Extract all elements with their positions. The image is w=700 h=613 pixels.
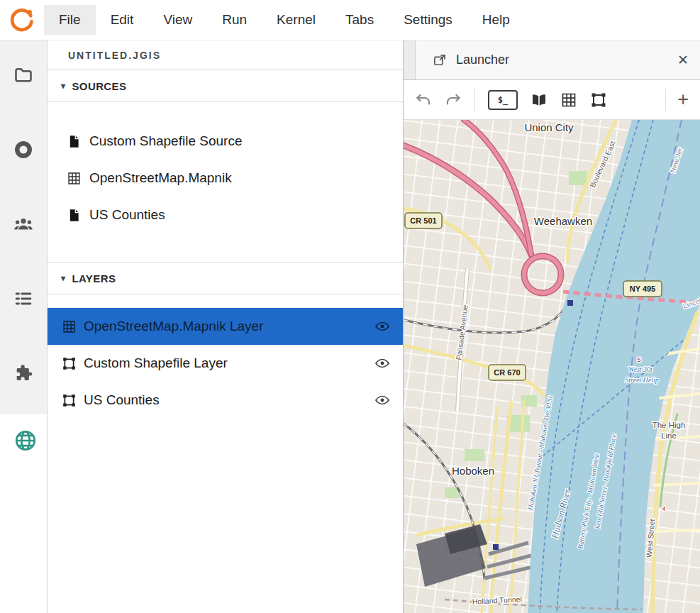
- raster-grid-icon: [62, 319, 77, 334]
- label-hoboken: Hoboken: [452, 465, 494, 477]
- label-shield-5: 5: [637, 356, 640, 363]
- jupyterlab-window: File Edit View Run Kernel Tabs Settings …: [0, 0, 700, 613]
- toolbar-separator: [665, 89, 666, 111]
- badge-cr501: CR 501: [410, 216, 436, 225]
- layers-section-header[interactable]: ▾ LAYERS: [48, 262, 403, 294]
- tab-bar: Launcher ✕: [404, 40, 700, 80]
- table-of-contents-icon[interactable]: [13, 289, 33, 309]
- activity-bar-top: [0, 40, 47, 414]
- tab-label: Launcher: [456, 53, 509, 67]
- source-item-openstreetmap[interactable]: OpenStreetMap.Mapnik: [48, 160, 403, 197]
- vector-polygon-icon[interactable]: [590, 92, 607, 109]
- file-icon: [67, 208, 82, 223]
- layer-item-label: OpenStreetMap.Mapnik Layer: [84, 319, 263, 334]
- file-icon: [67, 134, 82, 149]
- raster-grid-icon: [67, 171, 82, 186]
- menu-edit[interactable]: Edit: [96, 5, 149, 35]
- map-station-marker: [567, 300, 573, 306]
- close-icon[interactable]: ✕: [677, 52, 689, 68]
- map-canvas[interactable]: CR 501 CR 670 NY 495 Union City Weehawke…: [404, 120, 700, 613]
- sources-section-header[interactable]: ▾ SOURCES: [48, 70, 403, 102]
- book-icon[interactable]: [530, 92, 548, 109]
- layer-item-label: Custom Shapefile Layer: [84, 355, 228, 371]
- toolbar-separator: [474, 89, 475, 111]
- extensions-puzzle-icon[interactable]: [13, 363, 33, 383]
- source-item-label: Custom Shapefile Source: [89, 133, 242, 149]
- visibility-eye-icon[interactable]: [374, 392, 390, 408]
- layer-item-label: US Counties: [84, 392, 160, 408]
- source-item-us-counties[interactable]: US Counties: [48, 197, 403, 233]
- jgis-panel: UNTITLED.JGIS ▾ SOURCES Custom Shapefile…: [48, 40, 404, 613]
- redo-icon[interactable]: [445, 92, 462, 109]
- label-heliport-2: Street Helip: [625, 376, 659, 384]
- source-item-label: US Counties: [89, 207, 165, 223]
- panel-file-title: UNTITLED.JGIS: [48, 40, 403, 70]
- menu-items: File Edit View Run Kernel Tabs Settings …: [44, 5, 525, 35]
- openstreetmap-view: CR 501 CR 670 NY 495 Union City Weehawke…: [404, 120, 700, 613]
- sources-section-label: SOURCES: [72, 80, 126, 92]
- label-union-city: Union City: [524, 121, 574, 133]
- external-link-icon: [433, 53, 447, 67]
- undo-icon[interactable]: [415, 92, 432, 109]
- menu-help[interactable]: Help: [467, 5, 525, 35]
- menu-file[interactable]: File: [44, 5, 96, 35]
- chevron-down-icon[interactable]: ▾: [61, 81, 65, 91]
- layer-item-custom-shapefile[interactable]: Custom Shapefile Layer: [48, 345, 403, 382]
- menu-kernel[interactable]: Kernel: [262, 5, 330, 35]
- label-high-line-2: Line: [661, 431, 677, 440]
- chevron-down-icon[interactable]: ▾: [61, 273, 65, 283]
- menu-settings[interactable]: Settings: [389, 5, 467, 35]
- map-station-marker: [493, 544, 499, 550]
- menu-bar: File Edit View Run Kernel Tabs Settings …: [0, 0, 700, 40]
- main-area: Launcher ✕ $_: [404, 40, 700, 613]
- label-weehawken: Weehawken: [534, 215, 592, 227]
- jupytergis-globe-icon[interactable]: [13, 429, 33, 448]
- visibility-eye-icon[interactable]: [374, 319, 390, 334]
- jgis-toolbar: $_ +: [404, 80, 700, 120]
- label-heliport-1: West 30t: [628, 365, 652, 373]
- menu-run[interactable]: Run: [207, 5, 262, 35]
- badge-cr670: CR 670: [494, 368, 520, 377]
- label-high-line-1: The High: [652, 421, 686, 429]
- source-item-label: OpenStreetMap.Mapnik: [89, 170, 232, 186]
- raster-grid-icon[interactable]: [560, 92, 577, 109]
- console-button[interactable]: $_: [488, 90, 518, 110]
- sources-list: Custom Shapefile Source OpenStreetMap.Ma…: [48, 102, 403, 233]
- label-shield-4: 4: [662, 505, 665, 512]
- running-sessions-icon[interactable]: [13, 140, 33, 160]
- activity-bar: [0, 40, 48, 613]
- layers-section-label: LAYERS: [72, 272, 116, 285]
- users-icon[interactable]: [13, 214, 33, 234]
- visibility-eye-icon[interactable]: [374, 355, 390, 371]
- jupytergis-logo-icon: [0, 6, 44, 33]
- source-item-custom-shapefile[interactable]: Custom Shapefile Source: [48, 123, 403, 160]
- badge-ny495: NY 495: [630, 285, 656, 293]
- add-button[interactable]: +: [677, 90, 689, 109]
- vector-polygon-icon: [62, 356, 77, 371]
- tab-launcher[interactable]: Launcher ✕: [415, 40, 700, 79]
- folder-icon[interactable]: [13, 65, 33, 85]
- layers-list: OpenStreetMap.Mapnik Layer Custom Shapef…: [48, 294, 403, 419]
- activity-bar-bottom: [0, 414, 47, 613]
- menu-tabs[interactable]: Tabs: [330, 5, 389, 35]
- vector-polygon-icon: [62, 393, 77, 408]
- menu-view[interactable]: View: [148, 5, 207, 35]
- layer-item-us-counties[interactable]: US Counties: [48, 382, 403, 419]
- layer-item-openstreetmap[interactable]: OpenStreetMap.Mapnik Layer: [48, 308, 403, 345]
